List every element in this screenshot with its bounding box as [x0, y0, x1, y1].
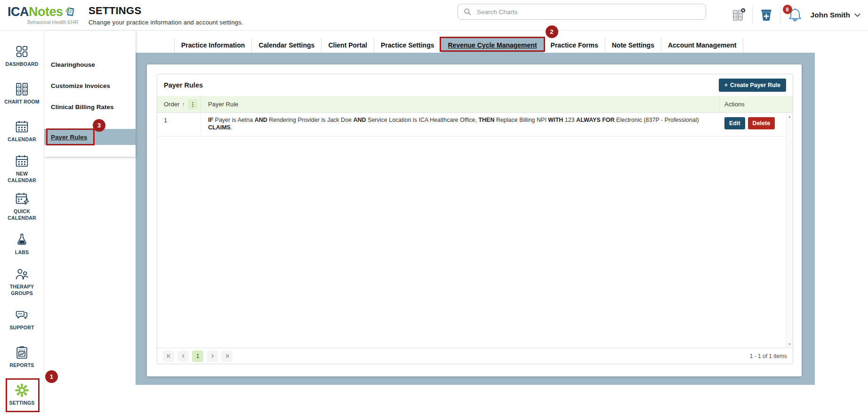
notification-count-badge: 8 [783, 5, 792, 14]
icanotes-app: ICANotes Behavioral Health EHR SETTINGS … [0, 0, 868, 415]
divider [780, 7, 780, 24]
logo-wordmark: ICANotes [8, 6, 78, 18]
tab-label: Revenue Cycle Management [448, 41, 537, 49]
therapy-groups-icon [15, 267, 29, 281]
chart-room-add-icon[interactable] [731, 8, 746, 22]
submenu-item-clearinghouse[interactable]: Clearinghouse [44, 54, 136, 75]
payer-rules-panel: Payer Rules + Create Payer Rule Order ↑ … [157, 74, 793, 364]
settings-icon [15, 383, 29, 398]
sidebar-item-label: THERAPY GROUPS [0, 284, 44, 296]
submenu-item-label: Clearinghouse [51, 61, 95, 68]
tab-label: Calendar Settings [258, 41, 314, 49]
submenu-item-customize-invoices[interactable]: Customize Invoices [44, 75, 136, 96]
panel-title: Payer Rules [164, 81, 203, 89]
calendar-icon [15, 120, 29, 134]
order-cell: 1 [157, 113, 201, 136]
content-area: Payer Rules + Create Payer Rule Order ↑ … [136, 53, 815, 385]
icanotes-logo[interactable]: ICANotes Behavioral Health EHR [8, 6, 78, 25]
table-rows: 1 IF Payer is Aetna AND Rendering Provid… [157, 113, 793, 136]
pagination-bar: 1 1 - 1 of 1 items [157, 348, 793, 364]
actions-column-header: Actions [720, 96, 793, 112]
tab-account-management[interactable]: Account Management [661, 38, 743, 53]
tab-practice-information[interactable]: Practice Information [174, 38, 252, 53]
sidebar-item-therapy-groups[interactable]: THERAPY GROUPS [0, 263, 44, 301]
sidebar-item-reports[interactable]: REPORTS [0, 338, 44, 376]
payer-rule-row: 1 IF Payer is Aetna AND Rendering Provid… [157, 113, 793, 136]
sidebar-item-labs[interactable]: LABS [0, 225, 44, 263]
user-menu[interactable]: John Smith [811, 11, 860, 19]
tab-revenue-cycle-management[interactable]: Revenue Cycle Management 2 [441, 38, 544, 53]
search-icon [464, 8, 472, 16]
sidebar-item-settings[interactable]: SETTINGS 1 [0, 376, 44, 414]
create-payer-rule-button[interactable]: + Create Payer Rule [719, 79, 786, 92]
tab-label: Account Management [668, 41, 736, 49]
support-icon [15, 308, 29, 322]
sidebar-item-label: LABS [13, 249, 31, 256]
sort-ascending-icon[interactable]: ↑ [182, 101, 185, 108]
reports-icon [15, 345, 29, 360]
sidebar-item-support[interactable]: SUPPORT [0, 301, 44, 338]
first-page-button[interactable] [163, 351, 174, 362]
sidebar-item-dashboard[interactable]: DASHBOARD [0, 37, 44, 75]
tab-client-portal[interactable]: Client Portal [321, 38, 374, 53]
submenu-item-label: Payer Rules [51, 134, 87, 141]
sidebar-item-calendar[interactable]: CALENDAR [0, 112, 44, 150]
sidebar: DASHBOARD CHART ROOM CALENDAR NEW CALEND… [0, 31, 44, 415]
settings-tabs: Practice Information Calendar Settings C… [136, 38, 743, 53]
settings-submenu: Clearinghouse Customize Invoices Clinica… [44, 31, 136, 157]
logo-tagline: Behavioral Health EHR [27, 19, 78, 25]
sidebar-item-quick-calendar[interactable]: QUICK CALENDAR [0, 188, 44, 225]
sidebar-item-label: CHART ROOM [2, 99, 41, 105]
next-page-button[interactable] [207, 351, 218, 362]
sidebar-item-new-calendar[interactable]: NEW CALENDAR [0, 150, 44, 188]
tab-note-settings[interactable]: Note Settings [605, 38, 661, 53]
actions-column-label: Actions [724, 101, 745, 108]
pagination-summary: 1 - 1 of 1 items [750, 353, 787, 359]
column-menu-icon[interactable]: ⋮ [188, 99, 198, 109]
annotation-badge-2: 2 [546, 25, 558, 38]
tab-label: Client Portal [328, 41, 367, 49]
new-calendar-icon [15, 154, 29, 168]
tab-label: Practice Information [181, 41, 245, 49]
notifications-button[interactable]: 8 [787, 7, 803, 23]
page-1-button[interactable]: 1 [192, 351, 203, 362]
search-charts-input[interactable] [476, 8, 700, 16]
tab-calendar-settings[interactable]: Calendar Settings [252, 38, 321, 53]
edit-button[interactable]: Edit [724, 117, 745, 129]
sidebar-item-chart-room[interactable]: CHART ROOM [0, 75, 44, 112]
tab-practice-forms[interactable]: Practice Forms [544, 38, 605, 53]
submenu-item-label: Clinical Billing Rates [51, 104, 114, 111]
chart-room-icon [15, 82, 29, 96]
payer-rule-column-header: Payer Rule [201, 96, 720, 112]
vertical-scrollbar[interactable]: ▲ ▼ [786, 113, 793, 348]
tab-practice-settings[interactable]: Practice Settings [374, 38, 442, 53]
sidebar-item-label: CALENDAR [6, 136, 38, 143]
order-column-header[interactable]: Order ↑ ⋮ [157, 96, 201, 112]
chevron-down-icon [854, 13, 860, 17]
tab-label: Practice Settings [381, 41, 434, 49]
submenu-item-clinical-billing-rates[interactable]: Clinical Billing Rates [44, 96, 136, 118]
annotation-badge-3: 3 [93, 119, 105, 132]
panel-header: Payer Rules + Create Payer Rule [157, 74, 793, 96]
create-new-icon[interactable] [759, 8, 773, 22]
sidebar-item-label: SUPPORT [8, 325, 36, 331]
submenu-item-label: Customize Invoices [51, 82, 110, 89]
delete-button[interactable]: Delete [748, 117, 775, 129]
dashboard-icon [15, 44, 29, 59]
scroll-up-icon[interactable]: ▲ [787, 115, 793, 118]
payer-rule-cell: IF Payer is Aetna AND Rendering Provider… [201, 113, 720, 136]
page-subtitle: Change your practice information and acc… [88, 19, 243, 26]
logo-text-notes: Notes [29, 6, 63, 18]
search-charts-box[interactable] [458, 4, 706, 20]
sidebar-item-label: DASHBOARD [3, 61, 40, 68]
quick-calendar-icon [15, 192, 29, 206]
scroll-down-icon[interactable]: ▼ [787, 343, 793, 346]
last-page-button[interactable] [221, 351, 233, 362]
previous-page-button[interactable] [177, 351, 189, 362]
user-name: John Smith [811, 11, 850, 19]
header-actions: 8 John Smith [731, 0, 860, 30]
table-header-row: Order ↑ ⋮ Payer Rule Actions [157, 96, 793, 113]
divider [752, 7, 753, 24]
logo-document-icon [64, 6, 75, 17]
submenu-item-payer-rules[interactable]: Payer Rules 3 [44, 129, 136, 145]
